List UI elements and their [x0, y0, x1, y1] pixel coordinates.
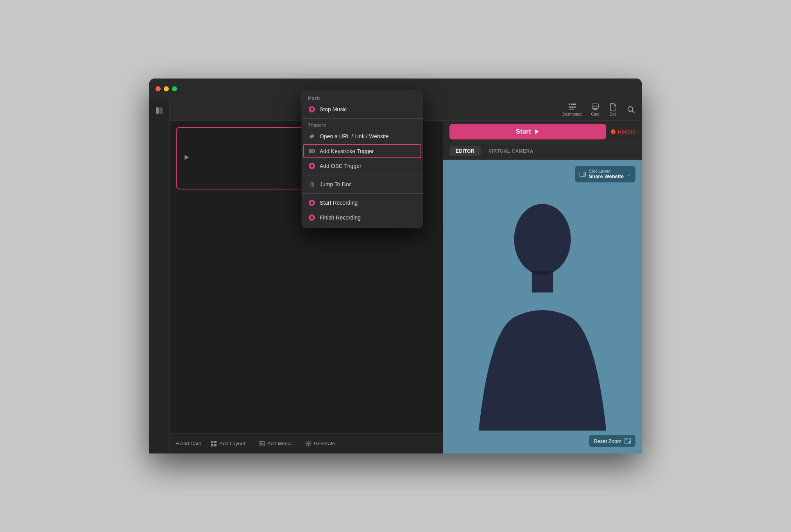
- stop-music-icon: [308, 105, 316, 113]
- music-section-label: Music: [302, 93, 423, 102]
- svg-line-38: [306, 445, 307, 446]
- svg-rect-9: [156, 107, 159, 114]
- svg-line-35: [306, 441, 307, 442]
- add-media-button[interactable]: Add Media...: [259, 441, 296, 447]
- card-play-icon: [183, 154, 190, 163]
- slide-layout-icon: [580, 172, 586, 177]
- app-window: Music Stop Music Triggers Open a URL / L…: [149, 79, 642, 453]
- record-bar: Start Record: [443, 121, 642, 143]
- generate-label: Generate...: [314, 441, 339, 446]
- virtual-camera-tab[interactable]: VIRTUAL CAMERA: [482, 146, 540, 156]
- svg-marker-22: [185, 155, 189, 160]
- dashboard-toolbar-item[interactable]: Dashboard: [562, 103, 582, 116]
- doc-toolbar-item[interactable]: Doc: [609, 103, 617, 116]
- slide-layout-section-label: Slide Layout: [589, 169, 624, 173]
- dashboard-label: Dashboard: [562, 112, 582, 116]
- maximize-button[interactable]: [172, 86, 177, 91]
- finish-rec-icon: [308, 214, 316, 221]
- svg-line-36: [310, 445, 310, 446]
- svg-rect-0: [310, 150, 315, 153]
- svg-rect-24: [214, 441, 217, 443]
- svg-marker-39: [535, 129, 539, 134]
- card-label: Card: [591, 112, 600, 116]
- slide-layout-text: Slide Layout Share Website: [589, 169, 624, 179]
- view-tabs: EDITOR VIRTUAL CAMERA: [443, 143, 642, 160]
- svg-rect-25: [211, 444, 213, 446]
- svg-rect-18: [592, 106, 598, 107]
- svg-rect-12: [571, 104, 573, 105]
- finish-recording-item[interactable]: Finish Recording: [302, 210, 423, 225]
- preview-area: Slide Layout Share Website ⌄ Reset Zoom: [443, 160, 642, 453]
- svg-rect-43: [583, 172, 586, 177]
- svg-point-40: [514, 204, 571, 275]
- osc-icon: [308, 162, 316, 170]
- sidebar: [149, 99, 170, 453]
- minimize-button[interactable]: [164, 86, 169, 91]
- svg-rect-13: [573, 104, 576, 105]
- reset-zoom-button[interactable]: Reset Zoom: [589, 435, 635, 447]
- add-card-button[interactable]: + Add Card: [176, 441, 201, 446]
- card-toolbar-item[interactable]: Card: [591, 103, 600, 116]
- jump-to-doc-item[interactable]: Jump To Doc: [302, 177, 423, 192]
- doc-label: Doc: [610, 112, 617, 116]
- slide-layout-badge[interactable]: Slide Layout Share Website ⌄: [575, 166, 635, 182]
- slide-layout-value: Share Website: [589, 173, 624, 179]
- preview-video: Slide Layout Share Website ⌄ Reset Zoom: [443, 160, 642, 453]
- svg-point-30: [307, 443, 309, 445]
- editor-tab[interactable]: EDITOR: [449, 146, 481, 156]
- svg-rect-41: [532, 271, 553, 292]
- search-icon[interactable]: [627, 105, 635, 114]
- reset-zoom-label: Reset Zoom: [594, 438, 621, 444]
- triggers-section-label: Triggers: [302, 120, 423, 129]
- silhouette-svg: [443, 160, 642, 453]
- svg-rect-16: [569, 109, 574, 110]
- svg-rect-11: [569, 104, 570, 105]
- start-rec-icon: [308, 199, 316, 207]
- record-button[interactable]: Record: [611, 129, 635, 135]
- close-button[interactable]: [156, 86, 161, 91]
- separator-1: [302, 118, 423, 119]
- svg-rect-10: [159, 107, 163, 114]
- keyboard-icon: [308, 147, 316, 155]
- add-layout-button[interactable]: Add Layout...: [211, 441, 249, 447]
- add-card-label: + Add Card: [176, 441, 201, 446]
- generate-button[interactable]: Generate...: [305, 441, 339, 447]
- sidebar-panel-icon[interactable]: [152, 104, 166, 118]
- reset-zoom-icon: [625, 438, 631, 444]
- add-osc-item[interactable]: Add OSC Trigger: [302, 159, 423, 173]
- stop-music-item[interactable]: Stop Music: [302, 102, 423, 117]
- right-panel: Start Record EDITOR: [443, 121, 642, 453]
- chevron-down-icon: ⌄: [627, 171, 631, 177]
- link-icon: [308, 132, 316, 140]
- open-url-item[interactable]: Open a URL / Link / Website: [302, 129, 423, 144]
- svg-rect-15: [569, 107, 576, 108]
- doc-jump-icon: [308, 180, 316, 188]
- add-layout-label: Add Layout...: [219, 441, 249, 446]
- svg-rect-14: [569, 106, 576, 107]
- svg-rect-23: [211, 441, 213, 443]
- svg-line-37: [310, 441, 310, 442]
- start-recording-item[interactable]: Start Recording: [302, 195, 423, 210]
- separator-3: [302, 193, 423, 194]
- record-label: Record: [618, 129, 635, 135]
- record-dot-icon: [611, 129, 616, 134]
- svg-rect-26: [214, 444, 217, 446]
- start-button[interactable]: Start: [449, 124, 606, 139]
- svg-rect-44: [625, 438, 630, 444]
- add-keystroke-item[interactable]: Add Keystroke Trigger: [303, 144, 421, 158]
- context-menu: Music Stop Music Triggers Open a URL / L…: [302, 90, 423, 228]
- svg-line-21: [632, 111, 635, 113]
- add-media-label: Add Media...: [267, 441, 296, 446]
- svg-rect-19: [593, 109, 597, 110]
- start-label: Start: [516, 128, 531, 135]
- bottom-bar: + Add Card Add Layout...: [170, 433, 443, 453]
- separator-2: [302, 175, 423, 175]
